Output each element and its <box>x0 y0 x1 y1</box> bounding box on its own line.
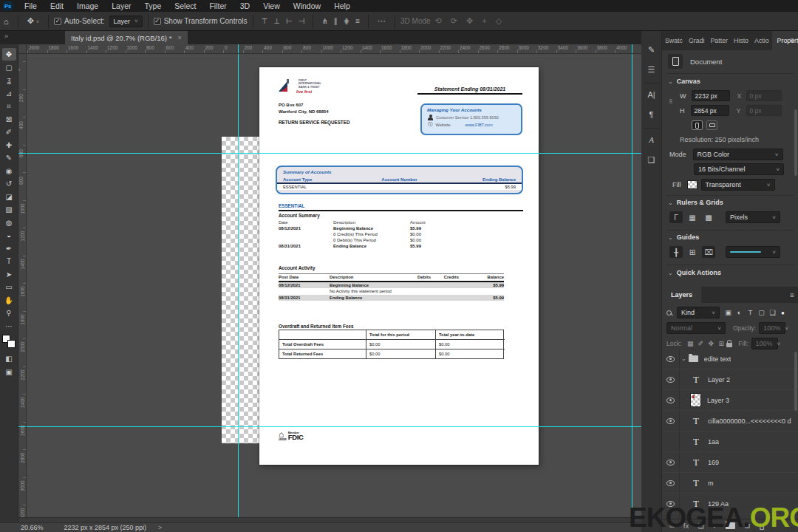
shape-tool[interactable]: ▭ <box>2 281 16 293</box>
guide-horizontal-1[interactable] <box>27 153 641 154</box>
fill-dropdown[interactable]: Transparent˅ <box>701 179 775 191</box>
layer-row[interactable]: Tcilla0000000...<<<<<<<<0 d <box>662 411 798 432</box>
distribute-icon-3[interactable]: ≡ <box>352 17 363 25</box>
brush-tool[interactable]: ✎ <box>2 151 16 164</box>
edit-toolbar-button[interactable]: ⋯ <box>2 320 16 332</box>
glyphs-panel-icon[interactable]: A <box>643 131 661 149</box>
layer-row[interactable]: T1aa <box>662 432 798 452</box>
foreground-background-swatches[interactable] <box>2 335 16 348</box>
eraser-tool[interactable]: ◪ <box>2 191 16 203</box>
new-guide-icon[interactable]: ╂ <box>669 246 683 258</box>
layer-row[interactable]: Layer 3 <box>662 390 798 411</box>
document-viewport[interactable]: FIRSTINTERNATIONALBANK & TRUST live firs… <box>27 54 641 517</box>
guide-style-dropdown[interactable]: ˅ <box>726 246 780 258</box>
layers-panel-menu-icon[interactable]: ≡ <box>790 291 794 299</box>
tab-gradi[interactable]: Gradi <box>686 31 708 50</box>
close-tab-icon[interactable]: × <box>177 34 181 41</box>
blur-tool[interactable]: ◍ <box>2 216 16 229</box>
fill-swatch[interactable] <box>687 180 698 189</box>
portrait-orientation-button[interactable] <box>692 120 703 130</box>
align-icon-3[interactable]: ⊣ <box>296 17 308 25</box>
height-input[interactable]: 2854 px <box>691 105 729 116</box>
document-tab[interactable]: Italy id.psd @ 20.7% (RGB/16) * × <box>65 31 188 44</box>
lock-guides-icon[interactable]: ⊞ <box>686 246 699 258</box>
filter-smart-objects-icon[interactable]: ❑ <box>767 309 778 316</box>
gradient-tool[interactable]: ▨ <box>2 203 16 216</box>
ruler-origin-corner[interactable] <box>18 44 27 54</box>
statement-document-canvas[interactable]: FIRSTINTERNATIONALBANK & TRUST live firs… <box>259 67 539 465</box>
layer-row[interactable]: ⌄edite text <box>662 349 798 369</box>
lock-artboard-icon[interactable]: ⊞ <box>716 340 726 347</box>
rulers-grids-chevron-icon[interactable]: ⌄ <box>668 200 673 206</box>
guide-vertical-1[interactable] <box>238 54 239 517</box>
tab-layers[interactable]: Layers <box>662 287 701 303</box>
distribute-icon-0[interactable]: ⋔ <box>318 17 330 25</box>
tab-patter[interactable]: Patter <box>707 31 730 50</box>
layer-visibility-toggle[interactable] <box>662 390 680 410</box>
auto-select-target-dropdown[interactable]: Layer˅ <box>109 16 143 27</box>
lasso-tool[interactable]: ʓ <box>2 74 16 86</box>
tab-swatc[interactable]: Swatc <box>662 31 686 50</box>
zoom-level[interactable]: 20.66% <box>21 524 44 531</box>
paragraph-panel-icon[interactable]: ¶ <box>643 106 661 123</box>
layer-filter-kind-dropdown[interactable]: Kind˅ <box>677 307 720 318</box>
collapse-toolbar-icon[interactable]: » <box>4 33 8 40</box>
zoom-tool[interactable]: ⚲ <box>2 307 16 319</box>
crop-tool[interactable]: ⌗ <box>2 100 16 112</box>
menu-3d[interactable]: 3D <box>233 0 256 12</box>
rectangular-marquee-tool[interactable]: ▢ <box>2 61 16 74</box>
menu-type[interactable]: Type <box>137 0 168 12</box>
home-icon[interactable]: ⌂ <box>0 17 13 26</box>
grid-snap-icon[interactable]: ▩ <box>702 211 715 223</box>
layer-filter-toggle[interactable]: ● <box>781 310 785 316</box>
type-tool[interactable]: T <box>2 255 16 267</box>
tab-actio[interactable]: Actio <box>751 31 772 50</box>
healing-brush-tool[interactable]: ✚ <box>2 139 16 151</box>
filter-type-layers-icon[interactable]: T <box>745 309 756 316</box>
align-icon-2[interactable]: ⊢ <box>283 17 296 25</box>
status-chevron-icon[interactable]: > <box>158 524 162 531</box>
auto-select-checkbox[interactable]: ✓ <box>54 18 61 25</box>
object-selection-tool[interactable]: ⊿ <box>2 87 16 100</box>
bit-depth-dropdown[interactable]: 16 Bits/Channel˅ <box>694 163 784 175</box>
filter-adjustment-layers-icon[interactable]: ◐ <box>734 309 745 316</box>
layer-visibility-toggle[interactable] <box>662 452 680 472</box>
layer-row[interactable]: TLayer 2 <box>662 369 798 390</box>
color-mode-dropdown[interactable]: RGB Color˅ <box>693 149 783 160</box>
width-input[interactable]: 2232 px <box>692 90 730 101</box>
group-expand-chevron-icon[interactable]: ⌄ <box>681 355 686 362</box>
properties-scrollbar[interactable] <box>794 109 797 176</box>
quick-actions-chevron-icon[interactable]: ⌄ <box>668 270 673 276</box>
guides-chevron-icon[interactable]: ⌄ <box>668 234 673 241</box>
layer-visibility-toggle[interactable] <box>662 432 680 451</box>
menu-filter[interactable]: Filter <box>202 0 233 12</box>
filter-shape-layers-icon[interactable]: ▢ <box>756 309 767 316</box>
lock-all-icon[interactable] <box>726 343 732 347</box>
3d-panel-icon[interactable]: ❑ <box>643 151 661 168</box>
horizontal-scrollbar[interactable] <box>18 517 641 522</box>
layer-visibility-toggle[interactable] <box>662 473 680 493</box>
clone-stamp-tool[interactable]: ◉ <box>2 165 16 177</box>
menu-select[interactable]: Select <box>168 0 202 12</box>
menu-edit[interactable]: Edit <box>44 0 70 12</box>
character-panel-icon[interactable]: A| <box>643 86 661 103</box>
link-dimensions-icon[interactable]: ∞ <box>667 99 675 103</box>
lock-image-icon[interactable]: ✐ <box>695 340 706 347</box>
panel-menu-icon[interactable]: ≡ <box>790 36 794 44</box>
tab-histo[interactable]: Histo <box>731 31 751 50</box>
layer-visibility-toggle[interactable] <box>662 411 680 431</box>
eyedropper-tool[interactable]: ✐ <box>2 126 16 138</box>
brushes-panel-icon[interactable]: ☰ <box>643 61 661 78</box>
menu-layer[interactable]: Layer <box>105 0 137 12</box>
move-tool-preset-icon[interactable]: ✥ ˅ <box>24 16 43 26</box>
history-brush-tool[interactable]: ↺ <box>2 177 16 190</box>
pen-tool[interactable]: ✒ <box>2 242 16 255</box>
menu-file[interactable]: File <box>18 0 44 12</box>
align-icon-1[interactable]: ⊥ <box>270 17 283 25</box>
menu-window[interactable]: Window <box>287 0 327 12</box>
filter-pixel-layers-icon[interactable]: ▣ <box>723 309 734 316</box>
landscape-orientation-button[interactable] <box>706 120 717 130</box>
move-tool[interactable]: ✥ <box>2 48 16 61</box>
grid-toggle-icon[interactable]: ▦ <box>686 211 699 223</box>
screen-mode-button[interactable]: ▣ <box>2 366 16 378</box>
